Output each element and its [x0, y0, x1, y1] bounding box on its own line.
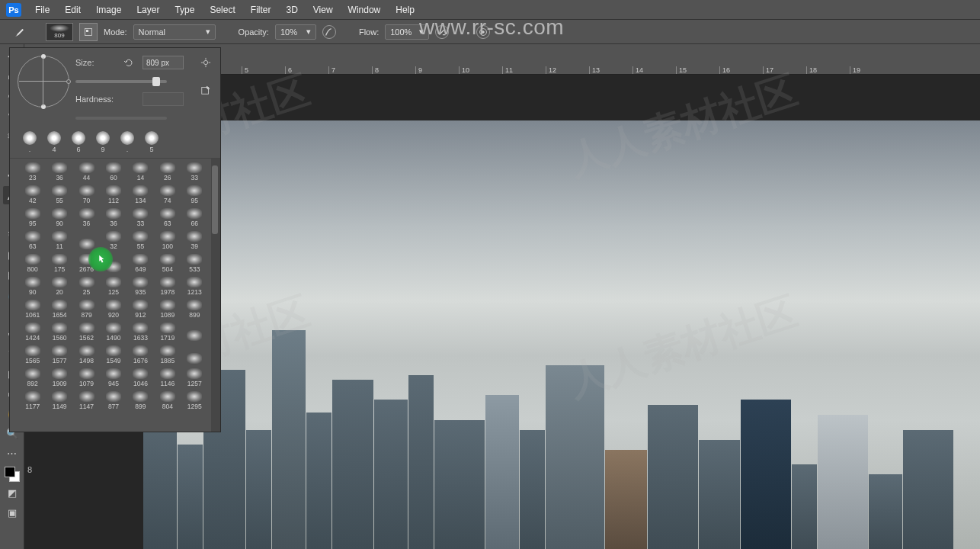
brush-preset-item[interactable]: 1257	[181, 364, 208, 387]
brush-preset-item[interactable]: 649	[127, 250, 154, 273]
brush-recent-item[interactable]: 5	[141, 130, 162, 153]
menu-type[interactable]: Type	[167, 5, 202, 15]
brush-angle-control[interactable]	[18, 56, 69, 108]
brush-preset-item[interactable]: 95	[19, 204, 46, 227]
brush-preset-item[interactable]: 20	[46, 273, 72, 296]
brush-preset-item[interactable]: 44	[73, 159, 100, 181]
brush-grid-scrollbar[interactable]	[211, 159, 220, 432]
brush-preset-item[interactable]: 11	[46, 227, 72, 250]
brush-preset-item[interactable]: 1089	[154, 296, 181, 319]
brush-preset-item[interactable]: 33	[127, 204, 154, 227]
brush-preset-item[interactable]	[181, 319, 208, 342]
brush-preset-item[interactable]: 1061	[19, 296, 46, 319]
brush-preset-item[interactable]: 1146	[154, 364, 181, 387]
brush-preset-item[interactable]: 95	[181, 181, 208, 204]
brush-preset-item[interactable]: 33	[181, 159, 208, 181]
menu-image[interactable]: Image	[88, 5, 129, 15]
brush-preset-item[interactable]: 533	[181, 250, 208, 273]
brush-recent-item[interactable]: .	[117, 130, 138, 153]
brush-preset-item[interactable]: 112	[100, 181, 127, 204]
quickmask-icon[interactable]: ◩	[3, 483, 21, 502]
brush-preset-item[interactable]: 23	[19, 159, 46, 181]
brush-preset-item[interactable]: 134	[127, 181, 154, 204]
brush-preset-item[interactable]: 1654	[46, 296, 72, 319]
brush-preset-item[interactable]: 100	[154, 227, 181, 250]
brush-preset-item[interactable]: 66	[181, 204, 208, 227]
brush-preset-item[interactable]: 1498	[73, 342, 100, 364]
brush-preset-item[interactable]: 70	[73, 181, 100, 204]
pressure-opacity-toggle-icon[interactable]	[322, 25, 336, 39]
reset-size-icon[interactable]	[123, 56, 135, 69]
brush-preset-item[interactable]: 1424	[19, 319, 46, 342]
brush-preset-item[interactable]: 877	[100, 387, 127, 410]
brush-preset-item[interactable]: 892	[19, 364, 46, 387]
brush-preset-item[interactable]: 1565	[19, 342, 46, 364]
brush-preset-item[interactable]: 125	[100, 273, 127, 296]
brush-preset-item[interactable]: 899	[181, 296, 208, 319]
brush-recent-item[interactable]: 4	[43, 130, 65, 153]
brush-preset-item[interactable]: 1676	[127, 342, 154, 364]
brush-preset-item[interactable]: 1719	[154, 319, 181, 342]
brush-preset-item[interactable]: 899	[127, 387, 154, 410]
brush-preset-item[interactable]: 1490	[100, 319, 127, 342]
size-slider[interactable]	[75, 80, 167, 83]
color-swatch[interactable]	[5, 467, 20, 482]
brush-preset-item[interactable]	[73, 227, 100, 250]
brush-preset-item[interactable]: 1978	[154, 273, 181, 296]
brush-preset-item[interactable]: 1885	[154, 342, 181, 364]
brush-preset-item[interactable]: 32	[100, 227, 127, 250]
menu-filter[interactable]: Filter	[243, 5, 279, 15]
brush-preset-item[interactable]: 1577	[46, 342, 72, 364]
brush-preset-item[interactable]: 1295	[181, 387, 208, 410]
brush-preset-item[interactable]: 42	[19, 181, 46, 204]
new-preset-icon[interactable]	[200, 85, 211, 95]
size-input[interactable]	[143, 56, 184, 69]
brush-preset-item[interactable]: 36	[46, 159, 72, 181]
brush-preset-item[interactable]: 1213	[181, 273, 208, 296]
brush-preset-item[interactable]: 60	[100, 159, 127, 181]
menu-layer[interactable]: Layer	[129, 5, 167, 15]
brush-preset-item[interactable]: 935	[127, 273, 154, 296]
brush-preset-item[interactable]: 1549	[100, 342, 127, 364]
brush-panel-toggle-icon[interactable]	[79, 23, 98, 41]
brush-preset-item[interactable]: 74	[154, 181, 181, 204]
menu-3d[interactable]: 3D	[278, 5, 305, 15]
brush-preset-item[interactable]: 39	[181, 227, 208, 250]
brush-preset-item[interactable]: 63	[19, 227, 46, 250]
brush-preset-item[interactable]: 879	[73, 296, 100, 319]
brush-preset-item[interactable]: 504	[154, 250, 181, 273]
brush-preset-item[interactable]: 90	[19, 273, 46, 296]
brush-preset-item[interactable]: 55	[127, 227, 154, 250]
brush-preset-item[interactable]: 175	[46, 250, 72, 273]
brush-recent-item[interactable]: 6	[68, 130, 89, 153]
hardness-input[interactable]	[143, 92, 184, 106]
brush-preset-item[interactable]: 1177	[19, 387, 46, 410]
menu-edit[interactable]: Edit	[57, 5, 88, 15]
foreground-color[interactable]	[5, 467, 15, 477]
more-tool-icon[interactable]: ⋯	[3, 444, 21, 462]
brush-preset-item[interactable]: 1149	[46, 387, 72, 410]
brush-preset-item[interactable]: 25	[73, 273, 100, 296]
blend-mode-select[interactable]: Normal▾	[133, 24, 216, 40]
brush-preset-item[interactable]: 1147	[73, 387, 100, 410]
brush-preset-item[interactable]: 14	[127, 159, 154, 181]
menu-select[interactable]: Select	[202, 5, 242, 15]
brush-preset-item[interactable]	[181, 342, 208, 364]
brush-preset-item[interactable]: 1046	[127, 364, 154, 387]
brush-preset-item[interactable]: 800	[19, 250, 46, 273]
brush-recent-item[interactable]: 9	[92, 130, 114, 153]
brush-preset-item[interactable]: 945	[100, 364, 127, 387]
screenmode-icon[interactable]: ▣	[3, 503, 21, 522]
hardness-slider[interactable]	[75, 117, 167, 120]
menu-file[interactable]: File	[27, 5, 57, 15]
brush-preset-item[interactable]: 63	[154, 204, 181, 227]
brush-preset-item[interactable]: 920	[100, 296, 127, 319]
brush-preset-item[interactable]: 1560	[46, 319, 72, 342]
menu-window[interactable]: Window	[341, 5, 389, 15]
menu-help[interactable]: Help	[388, 5, 422, 15]
brush-preset-item[interactable]: 36	[73, 204, 100, 227]
gear-icon[interactable]	[200, 57, 211, 68]
brush-preset-item[interactable]: 1079	[73, 364, 100, 387]
brush-tool-icon[interactable]	[11, 23, 29, 41]
brush-preset-item[interactable]: 1633	[127, 319, 154, 342]
